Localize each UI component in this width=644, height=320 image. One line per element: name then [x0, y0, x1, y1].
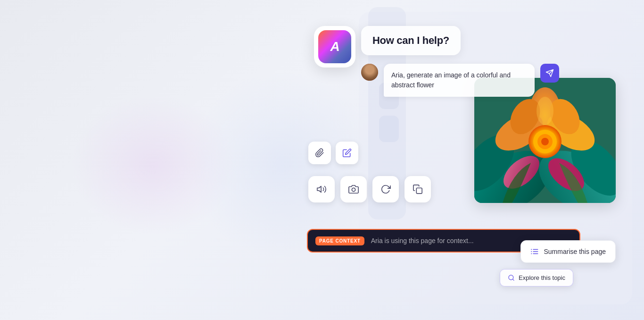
app-icon: A	[318, 30, 351, 63]
svg-line-28	[512, 279, 514, 280]
explore-card[interactable]: Explore this topic	[500, 269, 573, 286]
svg-point-16	[541, 138, 549, 145]
search-icon	[508, 274, 515, 281]
copy-button[interactable]	[405, 176, 431, 202]
speak-button[interactable]	[308, 176, 335, 202]
help-title: How can I help?	[372, 34, 449, 47]
edit-icon	[342, 148, 352, 158]
bg-panel-small-2	[379, 116, 399, 142]
camera-icon	[348, 184, 359, 194]
user-message-text: Aria, generate an image of a colorful an…	[391, 71, 511, 89]
svg-point-19	[352, 188, 355, 191]
user-message-row: Aria, generate an image of a colorful an…	[361, 64, 592, 97]
avatar	[361, 64, 378, 81]
user-message-bubble: Aria, generate an image of a colorful an…	[384, 64, 535, 97]
send-icon	[545, 69, 554, 77]
camera-button[interactable]	[340, 176, 367, 202]
context-text: Aria is using this page for context...	[371, 237, 474, 244]
main-container: A How can I help? Aria, generate an imag…	[286, 7, 616, 309]
refresh-icon	[380, 184, 391, 194]
speak-icon	[316, 184, 327, 194]
help-card: How can I help?	[361, 26, 461, 55]
action-toolbar	[308, 142, 358, 164]
avatar-image	[361, 64, 378, 81]
action-row	[308, 176, 431, 202]
edit-button[interactable]	[336, 142, 358, 164]
attach-button[interactable]	[308, 142, 331, 164]
attach-icon	[315, 148, 324, 158]
app-icon-wrapper: A	[314, 26, 355, 67]
page-context-badge: PAGE CONTEXT	[315, 236, 364, 245]
explore-label: Explore this topic	[519, 274, 565, 281]
svg-rect-20	[416, 188, 422, 194]
summarise-label: Summarise this page	[544, 248, 606, 255]
refresh-button[interactable]	[372, 176, 399, 202]
svg-marker-18	[317, 186, 321, 193]
copy-icon	[413, 184, 423, 194]
summarise-card[interactable]: Summarise this page	[520, 240, 616, 263]
list-icon	[530, 247, 539, 256]
send-button[interactable]	[540, 64, 559, 83]
